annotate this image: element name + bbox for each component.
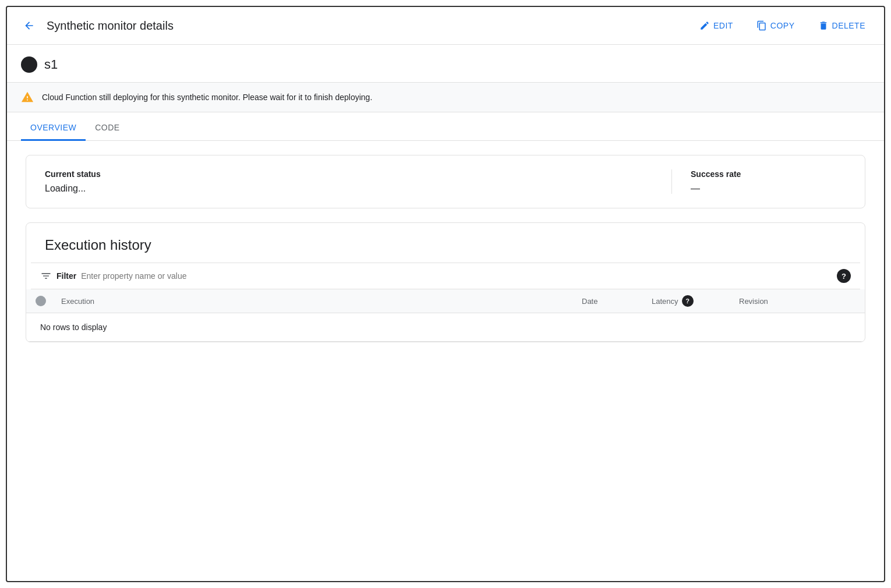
monitor-status-indicator <box>21 56 37 73</box>
success-rate-label: Success rate <box>691 169 846 179</box>
back-button[interactable] <box>21 17 37 34</box>
execution-history-card: Execution history Filter ? Execution Dat <box>26 222 865 342</box>
success-rate-col: Success rate — <box>671 169 846 194</box>
copy-icon <box>756 20 767 31</box>
current-status-col: Current status Loading... <box>45 169 671 194</box>
success-rate-value: — <box>691 183 846 194</box>
table-empty-message: No rows to display <box>26 313 865 342</box>
filter-icon <box>40 270 52 282</box>
delete-button[interactable]: DELETE <box>814 18 870 33</box>
tab-bar: OVERVIEW CODE <box>7 115 884 141</box>
table-header: Execution Date Latency ? Revision <box>26 289 865 313</box>
filter-input[interactable] <box>81 271 832 281</box>
edit-button[interactable]: EDIT <box>695 18 738 33</box>
tab-code[interactable]: CODE <box>86 115 129 141</box>
status-card: Current status Loading... Success rate — <box>26 155 865 208</box>
checkbox-col <box>36 296 61 306</box>
header-actions: EDIT COPY DELETE <box>695 18 870 33</box>
tab-overview[interactable]: OVERVIEW <box>21 115 86 141</box>
delete-icon <box>818 20 829 31</box>
page-header: Synthetic monitor details EDIT COPY DELE… <box>7 7 884 45</box>
warning-text: Cloud Function still deploying for this … <box>42 93 372 102</box>
filter-label: Filter <box>56 271 76 281</box>
warning-banner: Cloud Function still deploying for this … <box>7 82 884 112</box>
copy-button[interactable]: COPY <box>752 18 800 33</box>
latency-help-button[interactable]: ? <box>682 295 694 307</box>
current-status-value: Loading... <box>45 183 671 194</box>
monitor-name: s1 <box>44 57 58 72</box>
monitor-name-section: s1 <box>7 45 884 82</box>
warning-icon <box>21 91 34 104</box>
th-revision: Revision <box>739 297 855 306</box>
th-latency: Latency ? <box>652 295 739 307</box>
status-row: Current status Loading... Success rate — <box>26 155 865 208</box>
main-content: Current status Loading... Success rate —… <box>7 141 884 356</box>
edit-icon <box>699 20 710 31</box>
th-execution: Execution <box>61 297 582 306</box>
select-all-checkbox[interactable] <box>36 296 46 306</box>
filter-help-button[interactable]: ? <box>837 269 851 283</box>
execution-history-title: Execution history <box>26 223 865 263</box>
current-status-label: Current status <box>45 169 671 179</box>
filter-bar: Filter ? <box>31 263 860 289</box>
th-date: Date <box>582 297 652 306</box>
page-title: Synthetic monitor details <box>47 19 685 33</box>
